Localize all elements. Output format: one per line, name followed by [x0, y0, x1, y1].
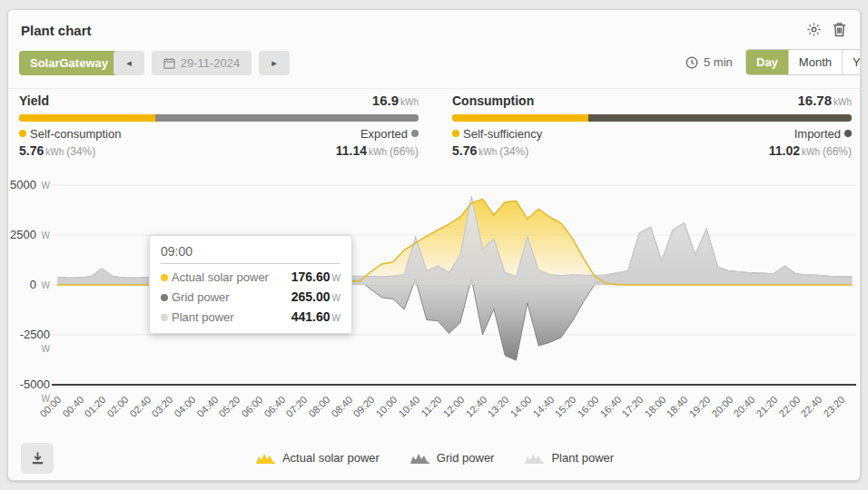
area-series-icon — [410, 452, 430, 464]
self-consumption-value: 5.76kWh(34%) — [19, 143, 95, 158]
tab-month[interactable]: Month — [789, 50, 843, 74]
tooltip-time: 09:00 — [161, 244, 340, 264]
chart-tooltip: 09:00 Actual solar power 176.60W Grid po… — [149, 235, 352, 334]
imported-label: Imported — [794, 127, 852, 141]
exported-value: 11.14kWh(66%) — [336, 143, 419, 158]
consumption-bar-imported — [588, 114, 852, 122]
plant-dot — [161, 314, 168, 321]
chevron-left-icon: ◂ — [126, 57, 132, 69]
date-picker-button[interactable]: 29-11-2024 — [152, 51, 252, 75]
period-tabs: Day Month Year — [745, 49, 861, 75]
exported-label: Exported — [360, 127, 419, 141]
tooltip-row-solar: Actual solar power 176.60W — [161, 270, 340, 284]
yield-bar-exported — [155, 114, 419, 122]
interval-label: 5 min — [704, 55, 733, 69]
interval-indicator: 5 min — [686, 55, 733, 69]
consumption-bar-selfsufficiency — [452, 114, 588, 122]
tooltip-row-grid: Grid power 265.00W — [161, 289, 340, 304]
summary-section: Yield 16.9kWh Self-consumption Exported … — [8, 88, 860, 168]
header-actions — [805, 21, 847, 37]
plant-chart-card: Plant chart SolarGateway ◂ 29-11-2024 ▸ … — [7, 9, 861, 481]
gateway-button[interactable]: SolarGateway — [19, 51, 119, 75]
tab-day[interactable]: Day — [746, 50, 789, 74]
y-axis-label: 0 W — [8, 278, 50, 291]
yield-bar-selfconsumption — [19, 114, 155, 122]
consumption-bar — [452, 114, 852, 122]
y-axis-label: 5000 W — [8, 178, 50, 191]
legend-label: Actual solar power — [282, 451, 380, 465]
y-axis-label: -2500 W — [8, 328, 50, 355]
imported-value: 11.02kWh(66%) — [769, 143, 852, 158]
self-sufficiency-value: 5.76kWh(34%) — [452, 143, 528, 158]
power-chart[interactable]: 5000 W2500 W0 W-2500 W-5000 W00:0000:400… — [8, 173, 861, 446]
chart-legend: Actual solar powerGrid powerPlant power — [8, 451, 861, 465]
legend-item[interactable]: Grid power — [410, 451, 495, 465]
solar-dot — [161, 274, 168, 281]
tooltip-row-plant: Plant power 441.60W — [161, 309, 340, 324]
self-consumption-label: Self-consumption — [19, 127, 121, 141]
yield-total: 16.9kWh — [372, 93, 419, 108]
yield-title: Yield — [19, 93, 49, 108]
calendar-icon — [163, 57, 175, 69]
yield-panel: Yield 16.9kWh Self-consumption Exported … — [19, 93, 419, 158]
exported-dot — [411, 130, 419, 137]
y-axis-label: 2500 W — [8, 228, 50, 241]
prev-day-button[interactable]: ◂ — [113, 51, 144, 75]
area-series-icon — [525, 452, 545, 464]
legend-label: Grid power — [437, 451, 495, 465]
y-axis-label: -5000 W — [8, 377, 50, 405]
self-sufficiency-label: Self-sufficiency — [452, 127, 542, 141]
consumption-title: Consumption — [452, 93, 534, 108]
consumption-panel: Consumption 16.78kWh Self-sufficiency Im… — [452, 93, 852, 158]
next-day-button[interactable]: ▸ — [259, 51, 290, 75]
legend-item[interactable]: Plant power — [525, 451, 614, 465]
legend-item[interactable]: Actual solar power — [256, 451, 380, 465]
imported-dot — [844, 130, 852, 137]
chevron-right-icon: ▸ — [271, 57, 277, 69]
self-consumption-dot — [19, 130, 26, 137]
legend-label: Plant power — [551, 451, 614, 465]
consumption-total: 16.78kWh — [797, 93, 852, 108]
gear-icon[interactable] — [805, 21, 822, 37]
area-series-icon — [256, 452, 276, 464]
self-sufficiency-dot — [452, 130, 459, 137]
tab-year[interactable]: Year — [843, 50, 861, 74]
clock-icon — [686, 56, 698, 69]
date-value: 29-11-2024 — [181, 56, 241, 70]
yield-bar — [19, 114, 419, 122]
page-title: Plant chart — [21, 23, 92, 38]
grid-dot — [161, 294, 168, 301]
trash-icon[interactable] — [831, 21, 847, 37]
